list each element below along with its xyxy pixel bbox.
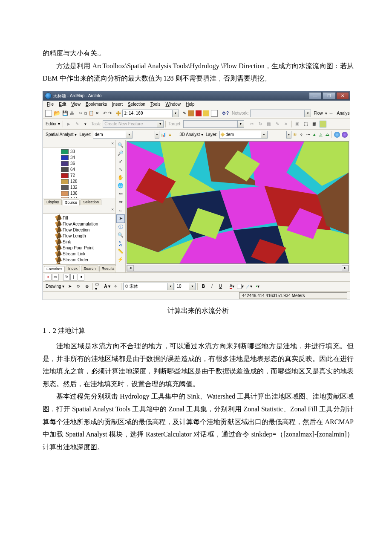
arctoolbox-list[interactable]: FillFlow AccumulationFlow DirectionFlow … (43, 213, 115, 264)
data-view-icon[interactable]: ● (45, 274, 52, 280)
spatial-analyst-label[interactable]: Spatial Analyst ▾ (45, 132, 78, 137)
tool-item[interactable]: Flow Length (44, 233, 115, 239)
paste-icon[interactable]: 📋 (88, 110, 94, 117)
map-canvas[interactable] (127, 141, 349, 264)
legend-item[interactable]: 132 (44, 185, 115, 191)
tab-source[interactable]: Source (63, 199, 80, 205)
legend-item[interactable]: 64 (44, 167, 115, 173)
tab-favorites[interactable]: Favorites (44, 266, 65, 272)
add-data-icon[interactable]: ✚ (115, 110, 121, 117)
legend-item[interactable]: 34 (44, 155, 115, 161)
new-icon[interactable] (45, 110, 52, 117)
network-dropdown-icon[interactable]: ▼ (304, 110, 311, 117)
scale-dropdown-icon[interactable]: ▼ (172, 110, 179, 117)
target-combo[interactable] (183, 120, 238, 128)
flow-label[interactable]: Flow (313, 111, 323, 116)
interpolate-line-icon[interactable]: ≋ (292, 131, 298, 139)
flow-arrow-icon[interactable]: ▾ (325, 110, 328, 117)
sa-layer-combo[interactable]: dem (93, 131, 126, 139)
create-profile-icon[interactable]: ⛰ (324, 131, 330, 139)
fill-color-icon[interactable]: ▾ (236, 283, 244, 290)
zoom-out-icon[interactable]: 🔎 (117, 150, 124, 157)
tool-item[interactable]: Fill (44, 215, 115, 221)
legend-item[interactable]: 36 (44, 161, 115, 167)
select-features-icon[interactable]: ▭ (117, 206, 124, 214)
georef-link-icon[interactable] (319, 120, 327, 128)
arrow-left-icon[interactable]: ◄ (78, 274, 84, 280)
fixed-zoom-out-icon[interactable]: ⤡ (117, 166, 124, 173)
analysis-label[interactable]: Analysis (336, 111, 350, 116)
arctoolbox-icon[interactable] (195, 110, 202, 117)
menu-file[interactable]: File (45, 101, 56, 107)
layout-view-icon[interactable]: ▭ (52, 274, 59, 280)
font-dropdown-icon[interactable]: ▼ (167, 283, 174, 290)
scale-input[interactable]: 1: 14, 169 (122, 110, 173, 117)
cut-icon[interactable]: ✂ (78, 110, 83, 117)
attributes-icon[interactable]: ▦ (265, 120, 273, 128)
legend-item[interactable]: 128 (44, 179, 115, 185)
select-elements-icon[interactable]: ➤ (116, 214, 125, 223)
3d-layer-dropdown-icon[interactable]: ▼ (261, 131, 268, 139)
toc-close-icon[interactable]: × (111, 141, 114, 146)
prev-extent-icon[interactable]: ⇐ (117, 190, 124, 198)
next-extent-icon[interactable]: ⇒ (117, 198, 124, 206)
tab-results[interactable]: Results (99, 266, 117, 272)
tab-index[interactable]: Index (66, 266, 80, 272)
menu-window[interactable]: Window (163, 101, 183, 107)
3d-layer-combo[interactable]: dem (219, 131, 261, 139)
los-icon[interactable]: ▲ (311, 131, 317, 139)
minimize-button[interactable]: — (309, 92, 322, 100)
identify-icon[interactable]: ⓘ (117, 223, 124, 231)
tool-item[interactable]: Flow Accumulation (44, 221, 115, 227)
horizontal-scrollbar[interactable]: ◄ ► (127, 265, 349, 272)
hyperlink-icon[interactable]: ⚡ (117, 256, 124, 263)
edit-vertices-icon[interactable]: ✧ (112, 283, 119, 290)
copy-icon[interactable]: ⧉ (84, 110, 87, 117)
profile-icon[interactable]: ◬ (318, 131, 323, 139)
tool-item[interactable]: Snap Pour Point (44, 245, 115, 251)
histogram-icon[interactable]: 📊 (160, 131, 166, 139)
model-builder-icon[interactable] (210, 110, 218, 117)
maximize-button[interactable]: ☐ (323, 92, 335, 100)
menu-help[interactable]: Help (184, 101, 197, 107)
close-button[interactable]: ✕ (336, 92, 349, 100)
font-combo[interactable]: ✪宋体 (123, 283, 167, 290)
pause-draw-icon[interactable]: ‖ (70, 274, 77, 280)
edit-tool2-icon[interactable]: ▣ (294, 120, 301, 128)
georef-grid-icon[interactable]: ▦ (311, 120, 318, 128)
italic-icon[interactable]: I (208, 283, 216, 290)
tool-item[interactable]: Stream Link (44, 251, 115, 257)
marker-color-icon[interactable]: • ▾ (254, 283, 261, 290)
sketch-props-icon[interactable]: ✎ (274, 120, 281, 128)
font-size-dropdown-icon[interactable]: ▼ (189, 283, 196, 290)
command-line-icon[interactable] (203, 110, 210, 117)
new-text-icon[interactable]: A ▾ (103, 283, 111, 290)
rotate-icon[interactable]: ⟳ (75, 283, 82, 290)
georef-icon[interactable]: ⬚ (302, 120, 310, 128)
split-tool-icon[interactable]: ✂ (248, 120, 256, 128)
bold-icon[interactable]: B (199, 283, 207, 290)
font-color-icon[interactable]: A ▾ (228, 283, 236, 290)
menu-selection[interactable]: Selection (126, 101, 147, 107)
underline-icon[interactable]: U (216, 283, 224, 290)
drawing-menu-label[interactable]: Drawing ▾ (45, 284, 65, 289)
contour-icon[interactable]: ▲ (167, 131, 173, 139)
intersect-icon[interactable]: ✕ (282, 120, 290, 128)
zoom-in-icon[interactable]: 🔍 (117, 142, 124, 149)
3d-more-icon[interactable]: ▼ (286, 131, 291, 139)
tab-selection[interactable]: Selection (81, 199, 101, 205)
tab-search[interactable]: Search (81, 266, 98, 272)
sa-more-icon[interactable]: ▼ (155, 131, 160, 139)
font-size-combo[interactable]: 10 (175, 283, 189, 290)
find-icon[interactable]: 🔍 (117, 231, 124, 239)
edit-tool-icon[interactable]: ▶ (65, 120, 72, 128)
steepest-path-icon[interactable]: ⤳ (305, 131, 311, 139)
sa-layer-dropdown-icon[interactable]: ▼ (126, 131, 133, 139)
tab-display[interactable]: Display (44, 199, 62, 205)
toolbox-close-icon[interactable]: × (111, 207, 114, 212)
menu-insert[interactable]: Insert (110, 101, 125, 107)
tool-item[interactable]: Flow Direction (44, 227, 115, 233)
target-dropdown-icon[interactable]: ▼ (237, 120, 244, 128)
menu-view[interactable]: View (69, 101, 83, 107)
editor-menu-label[interactable]: Editor ▾ (45, 121, 61, 126)
